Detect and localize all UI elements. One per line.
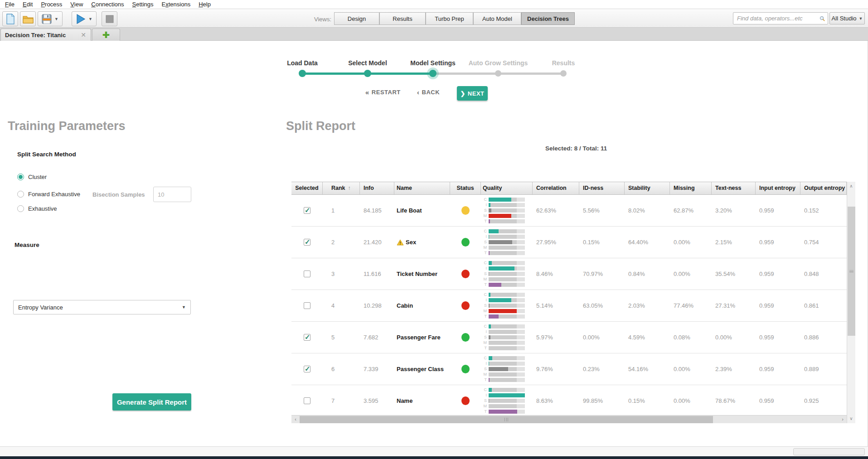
cell-stability: 2.03% — [625, 302, 670, 309]
scroll-left-icon[interactable]: ‹ — [291, 416, 300, 423]
quality-bar-correlation — [489, 356, 525, 360]
menu-file[interactable]: File — [1, 1, 19, 8]
search-scope-dropdown[interactable]: All Studio ▼ — [829, 12, 865, 24]
new-tab-button[interactable]: ✚ — [92, 29, 120, 41]
global-search[interactable] — [733, 12, 828, 24]
column-header-correlation[interactable]: Correlation — [533, 182, 579, 194]
column-header-input-entropy[interactable]: Input entropy — [756, 182, 800, 194]
measure-dropdown[interactable]: Entropy Variance ▼ — [13, 300, 191, 314]
quality-bar-missing — [489, 404, 525, 408]
column-header-status[interactable]: Status — [450, 182, 481, 194]
open-button[interactable] — [20, 11, 36, 26]
step-dot-model-settings[interactable] — [429, 70, 436, 77]
save-button[interactable]: ▼ — [38, 11, 63, 26]
menu-extensions[interactable]: Extensions — [158, 1, 195, 8]
radio-cluster[interactable]: Cluster — [17, 174, 47, 180]
column-header-id-ness[interactable]: ID-ness — [579, 182, 625, 194]
column-header-name[interactable]: Name — [394, 182, 450, 194]
status-green-circle-icon — [461, 365, 470, 373]
step-dot-load-data[interactable] — [299, 70, 306, 77]
cell-input-entropy: 0.959 — [756, 207, 800, 214]
row-checkbox[interactable] — [304, 302, 310, 309]
stepper-line — [368, 72, 433, 75]
table-row[interactable]: 1 84.185 Life Boat C I S M T 62.63% 5.56… — [291, 195, 847, 227]
row-checkbox[interactable] — [304, 366, 310, 372]
view-button-design[interactable]: Design — [334, 12, 379, 25]
scroll-right-icon[interactable]: › — [839, 416, 847, 423]
tab-decision-tree-titanic[interactable]: Decision Tree: Titanic ✕ — [0, 29, 91, 41]
radio-button-icon[interactable] — [17, 205, 24, 212]
column-header-rank[interactable]: Rank↑ — [323, 182, 360, 194]
vertical-scrollbar[interactable]: ∧ ∨ — [847, 182, 855, 423]
magnifier-icon[interactable] — [820, 14, 825, 23]
radio-button-icon[interactable] — [17, 174, 24, 180]
vertical-scroll-thumb[interactable] — [848, 207, 855, 336]
table-row[interactable]: 5 7.682 Passenger Fare C I S M T 5.97% 0… — [291, 322, 847, 353]
new-process-button[interactable] — [2, 11, 18, 26]
split-report-title: Split Report — [286, 119, 355, 133]
menu-view[interactable]: View — [66, 1, 87, 8]
column-header-quality[interactable]: Quality — [481, 182, 533, 194]
menu-process[interactable]: Process — [37, 1, 66, 8]
column-header-text-ness[interactable]: Text-ness — [712, 182, 756, 194]
next-button[interactable]: ❯ NEXT — [457, 86, 488, 101]
row-checkbox[interactable] — [304, 239, 310, 246]
row-checkbox[interactable] — [304, 207, 310, 214]
stop-button[interactable] — [102, 11, 117, 26]
quality-legend-letter: S — [483, 399, 487, 403]
view-button-auto-model[interactable]: Auto Model — [473, 12, 521, 25]
row-checkbox[interactable] — [304, 271, 310, 277]
step-dot-select-model[interactable] — [364, 70, 371, 77]
menu-connections[interactable]: Connections — [87, 1, 128, 8]
view-button-decision-trees[interactable]: Decision Trees — [521, 12, 575, 25]
cell-idness: 0.00% — [579, 334, 625, 341]
bisection-samples-label: Bisection Samples — [92, 191, 145, 198]
column-header-output-entropy[interactable]: Output entropy — [800, 182, 847, 194]
menu-settings[interactable]: Settings — [128, 1, 158, 8]
table-row[interactable]: 6 7.339 Passenger Class C I S M T 9.76% … — [291, 353, 847, 385]
cell-selected — [291, 302, 323, 309]
view-button-results[interactable]: Results — [379, 12, 426, 25]
sort-ascending-icon: ↑ — [348, 185, 351, 191]
horizontal-scroll-thumb[interactable] — [300, 416, 713, 423]
search-input[interactable] — [733, 15, 820, 22]
scroll-up-icon[interactable]: ∧ — [847, 182, 855, 191]
column-header-info[interactable]: Info — [360, 182, 394, 194]
cell-input-entropy: 0.959 — [756, 239, 800, 246]
cell-name: Cabin — [394, 302, 450, 309]
menu-help[interactable]: Help — [194, 1, 215, 8]
table-row[interactable]: 3 11.616 Ticket Number C I S M T 8.46% 7… — [291, 258, 847, 290]
row-checkbox[interactable] — [304, 334, 310, 341]
row-checkbox[interactable] — [304, 397, 310, 404]
table-row[interactable]: 4 10.298 Cabin C I S M T 5.14% 63.05% 2.… — [291, 290, 847, 322]
view-button-turbo-prep[interactable]: Turbo Prep — [426, 12, 473, 25]
step-dot-auto-grow-settings[interactable] — [495, 70, 501, 77]
close-icon[interactable]: ✕ — [76, 31, 91, 39]
radio-forward-exhaustive[interactable]: Forward Exhaustive — [17, 191, 80, 198]
horizontal-scrollbar[interactable]: ‹ › — [291, 415, 847, 423]
menu-edit[interactable]: Edit — [19, 1, 37, 8]
run-button[interactable]: ▼ — [72, 11, 97, 26]
quality-legend-letter: I — [483, 235, 487, 239]
split-report-table: SelectedRank↑InfoNameStatusQualityCorrel… — [291, 182, 847, 415]
column-header-stability[interactable]: Stability — [625, 182, 670, 194]
restart-button[interactable]: « RESTART — [365, 88, 401, 96]
run-dropdown-icon[interactable]: ▼ — [88, 17, 92, 21]
radio-button-icon[interactable] — [17, 191, 24, 198]
generate-split-report-button[interactable]: Generate Split Report — [112, 393, 191, 411]
back-button[interactable]: ‹ BACK — [417, 88, 440, 96]
quality-mini-chart: C I S M T — [483, 356, 533, 382]
scroll-down-icon[interactable]: ∨ — [847, 414, 855, 423]
save-dropdown-icon[interactable]: ▼ — [54, 17, 58, 21]
scroll-grip-icon — [849, 270, 853, 272]
radio-exhaustive[interactable]: Exhaustive — [17, 205, 57, 212]
bisection-samples-input[interactable] — [153, 187, 191, 202]
quality-legend-letter: T — [483, 219, 487, 223]
step-dot-results[interactable] — [560, 70, 567, 77]
table-row[interactable]: 2 21.420 Sex C I S M T 27.95% 0.15% 64.4… — [291, 227, 847, 258]
column-header-selected[interactable]: Selected — [291, 182, 323, 194]
table-row[interactable]: 7 3.595 Name C I S M T 8.63% 99.85% 0.15… — [291, 385, 847, 415]
column-header-missing[interactable]: Missing — [670, 182, 712, 194]
cell-missing: 62.87% — [670, 207, 712, 214]
cell-name: Name — [394, 397, 450, 404]
